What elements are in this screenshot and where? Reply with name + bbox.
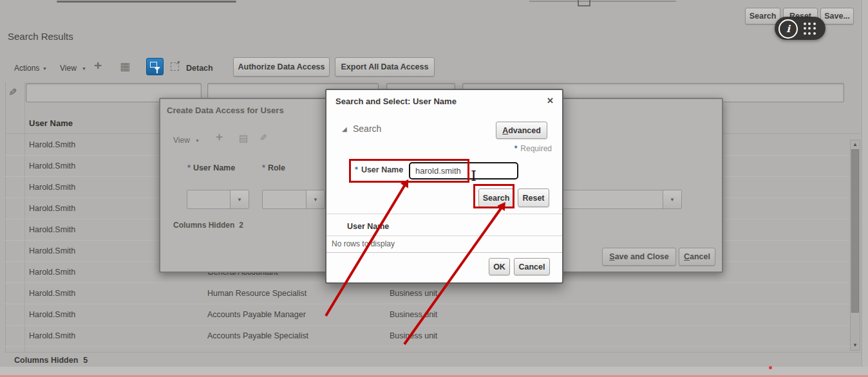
cell-user-name: Harold.Smith [29, 304, 75, 325]
chevron-down-icon[interactable]: ▼ [663, 190, 681, 208]
columns-hidden-status: Columns Hidden2 [173, 221, 243, 230]
cell-user-name: Harold.Smith [29, 177, 75, 198]
user-name-input[interactable] [409, 162, 518, 179]
cell-role: Accounts Payable Specialist [207, 326, 308, 346]
cell-user-name: Harold.Smith [29, 262, 75, 282]
table-row[interactable]: Harold.Smith Human Resource Specialist B… [5, 283, 861, 304]
dialog-title: Create Data Access for Users [167, 106, 284, 115]
ok-button[interactable]: OK [489, 258, 510, 275]
close-icon[interactable]: ✕ [547, 96, 554, 106]
columns-hidden-status: Columns Hidden5 [14, 356, 88, 365]
content-right-edge [862, 0, 868, 377]
cutoff-field-fragment [578, 0, 590, 6]
dialog-view-menu[interactable]: View [173, 136, 190, 145]
scrollbar-thumb[interactable] [851, 149, 859, 313]
empty-results-message: No rows to display [332, 239, 395, 248]
divider [326, 235, 562, 236]
cell-user-name: Harold.Smith [29, 156, 75, 176]
cell-user-name: Harold.Smith [29, 219, 75, 240]
column-header-user-name: *User Name [187, 163, 235, 172]
cell-security-context: Business unit [390, 304, 437, 325]
table-row[interactable]: Harold.Smith Accounts Payable Manager Bu… [5, 304, 861, 326]
chevron-down-icon[interactable]: ▼ [230, 190, 249, 208]
disclosure-triangle-icon[interactable]: ◢ [342, 125, 347, 133]
edit-filter-pencil-icon[interactable]: ✎ [8, 86, 17, 98]
cell-security-context: Business unit [390, 283, 437, 304]
scroll-down-icon[interactable]: ▼ [850, 340, 860, 350]
detail-list-icon[interactable]: ▤ [239, 133, 248, 144]
scroll-up-icon[interactable]: ▲ [850, 140, 860, 149]
stray-red-dot [769, 366, 772, 369]
text-cursor-icon: I [471, 167, 476, 184]
modal-reset-button[interactable]: Reset [518, 188, 549, 207]
chevron-down-icon: ▼ [195, 138, 200, 143]
apps-grid-icon[interactable] [804, 23, 816, 35]
columns-hidden-count: 5 [83, 356, 88, 365]
user-name-combobox[interactable]: ▼ [187, 190, 249, 209]
cell-role: Human Resource Specialist [207, 283, 307, 304]
recorder-pill-overlay[interactable]: i [775, 17, 826, 40]
cutoff-field-fragment [57, 1, 236, 3]
detach-button[interactable]: Detach [186, 64, 213, 73]
modal-search-button[interactable]: Search [478, 188, 514, 207]
search-section-label[interactable]: Search [353, 124, 381, 134]
cell-user-name: Harold.Smith [29, 134, 75, 155]
chevron-down-icon[interactable]: ▼ [306, 190, 325, 208]
table-bottom-border [5, 352, 861, 353]
result-column-header[interactable]: User Name [347, 222, 389, 231]
add-icon[interactable]: + [94, 58, 102, 73]
save-button-top[interactable]: Save... [820, 8, 854, 24]
cell-user-name: Harold.Smith [29, 326, 75, 346]
cell-user-name: Harold.Smith [29, 241, 75, 261]
modal-title: Search and Select: User Name [335, 97, 457, 106]
chevron-down-icon: ▼ [42, 66, 47, 71]
cell-role: Accounts Payable Manager [207, 304, 306, 325]
role-combobox[interactable]: ▼ [262, 190, 325, 209]
column-header-user-name[interactable]: User Name [29, 118, 73, 128]
cell-security-context: Business unit [390, 326, 437, 346]
edit-pencil-icon[interactable]: ✎ [259, 133, 267, 143]
column-header-role: *Role [262, 163, 285, 172]
divider [326, 214, 562, 214]
cutoff-field-fragment [529, 1, 676, 2]
save-and-close-button[interactable]: Save and Close [602, 248, 676, 266]
query-by-example-button[interactable] [146, 58, 164, 75]
table-row[interactable]: Harold.Smith Accounts Payable Specialist… [5, 326, 861, 347]
modal-cancel-button[interactable]: Cancel [514, 258, 550, 275]
required-legend: *Required [514, 144, 552, 153]
detach-icon[interactable]: ↗ [171, 62, 179, 71]
export-all-data-access-button[interactable]: Export All Data Access [335, 57, 435, 77]
dialog-cancel-button[interactable]: Cancel [679, 248, 715, 266]
page-title: Search Results [8, 31, 73, 42]
advanced-button[interactable]: Advanced [496, 122, 547, 139]
divider [326, 252, 562, 253]
view-menu[interactable]: View [60, 64, 77, 73]
search-and-select-modal: Search and Select: User Name ✕ ◢ Search … [325, 89, 563, 284]
actions-menu[interactable]: Actions [14, 64, 39, 73]
cell-user-name: Harold.Smith [29, 198, 75, 219]
chevron-down-icon: ▼ [82, 66, 86, 71]
user-name-field-label: *User Name [355, 165, 403, 174]
move-to-grid-icon[interactable]: ▦ [120, 60, 130, 73]
authorize-data-access-button[interactable]: Authorize Data Access [233, 57, 330, 77]
info-icon[interactable]: i [778, 19, 798, 39]
add-row-icon[interactable]: + [216, 130, 223, 144]
cell-user-name: Harold.Smith [29, 283, 75, 304]
search-button-top[interactable]: Search [745, 8, 780, 24]
